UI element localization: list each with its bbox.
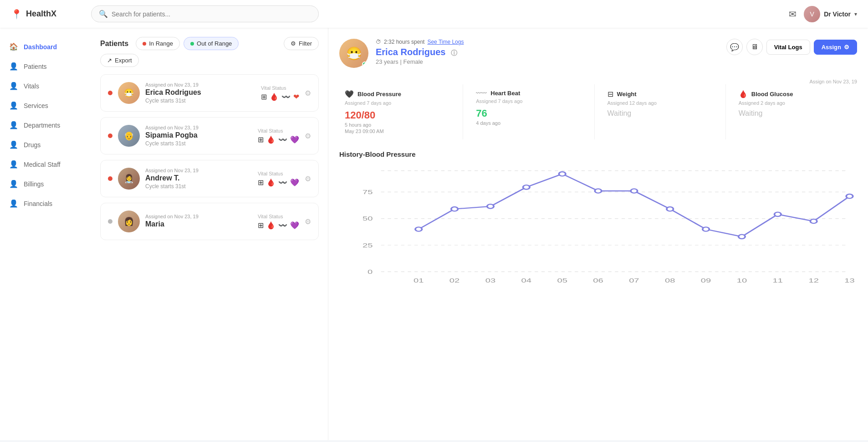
gear-icon-maria[interactable]: ⚙ (305, 217, 311, 226)
filter-icon: ⚙ (291, 40, 296, 47)
patient-info-andrew: Assigned on Nov 23, 19 Andrew T. Cycle s… (145, 168, 252, 190)
search-input[interactable] (112, 10, 311, 18)
hb-assigned: Assigned 7 days ago (476, 98, 588, 104)
vital-logs-button[interactable]: Vital Logs (766, 40, 810, 55)
w-assigned: Assigned 12 days ago (608, 100, 720, 106)
glucose-icon-andrew: 🩸 (266, 178, 276, 187)
chevron-down-icon: ▾ (854, 11, 857, 17)
patient-avatar-andrew: 👩‍⚕️ (118, 168, 140, 190)
financials-icon: 👤 (9, 199, 18, 208)
vital-icons-maria: ⊞ 🩸 〰️ 💜 (258, 221, 299, 230)
time-spent-value: 2:32 hours spent (384, 39, 424, 45)
search-bar[interactable]: 🔍 (91, 5, 319, 22)
bp-icon-maria: ⊞ (258, 221, 264, 230)
sidebar: 🏠 Dashboard 👤 Patients 👤 Vitals 👤 Servic… (0, 28, 91, 440)
assign-date: Assign on Nov 23, 19 (339, 79, 857, 84)
w-value: Waiting (608, 109, 720, 118)
sidebar-label-departments: Departments (24, 122, 60, 129)
in-range-label: In Range (149, 40, 173, 47)
billings-icon: 👤 (9, 180, 18, 188)
svg-text:50: 50 (363, 216, 373, 222)
patient-card-erica[interactable]: 😷 Assigned on Nov 23, 19 Erica Rodrigues… (100, 74, 319, 112)
patient-date-andrew: Assigned on Nov 23, 19 (145, 168, 252, 173)
filter-label: Filter (299, 40, 312, 47)
sidebar-item-dashboard[interactable]: 🏠 Dashboard (0, 37, 91, 57)
assign-label: Assign (822, 44, 841, 51)
patient-card-maria[interactable]: 👩 Assigned on Nov 23, 19 Maria Vital Sta… (100, 203, 319, 240)
mail-icon[interactable]: ✉ (789, 9, 797, 20)
hb-time1: 4 days ago (476, 120, 588, 126)
bp-icon-erica: ⊞ (261, 93, 267, 101)
patient-dot-sipamia (108, 134, 112, 138)
bg-value: Waiting (739, 109, 852, 118)
sidebar-item-drugs[interactable]: 👤 Drugs (0, 135, 91, 154)
patient-name-maria: Maria (145, 220, 252, 228)
patient-info-maria: Assigned on Nov 23, 19 Maria (145, 214, 252, 229)
svg-text:10: 10 (737, 277, 747, 283)
out-of-range-tab[interactable]: Out of Range (184, 37, 239, 50)
bp-icon-andrew: ⊞ (258, 178, 264, 187)
sidebar-item-departments[interactable]: 👤 Departments (0, 115, 91, 135)
in-range-tab[interactable]: In Range (136, 37, 180, 50)
heart-icon-maria: 💜 (290, 221, 299, 230)
departments-icon: 👤 (9, 121, 18, 129)
patients-panel: Patients In Range Out of Range ⚙ Filter … (91, 28, 328, 440)
sidebar-item-services[interactable]: 👤 Services (0, 96, 91, 115)
sidebar-item-financials[interactable]: 👤 Financials (0, 194, 91, 213)
patient-card-andrew[interactable]: 👩‍⚕️ Assigned on Nov 23, 19 Andrew T. Cy… (100, 160, 319, 197)
logo: 📍 HealthX (11, 9, 84, 20)
sidebar-label-dashboard: Dashboard (24, 43, 57, 51)
search-icon: 🔍 (99, 10, 108, 18)
weight-name: Weight (617, 91, 637, 98)
panel-title: Patients (100, 40, 128, 48)
sidebar-item-vitals[interactable]: 👤 Vitals (0, 76, 91, 96)
monitor-button[interactable]: 🖥 (746, 39, 763, 55)
svg-text:04: 04 (521, 277, 531, 283)
assign-button[interactable]: Assign ⚙ (814, 40, 857, 55)
vital-card-header-bp: 🖤 Blood Pressure (345, 90, 457, 98)
bp-time2: May 23 09:00 AM (345, 128, 457, 134)
svg-point-22 (415, 227, 422, 231)
gear-icon-erica[interactable]: ⚙ (305, 89, 311, 98)
svg-text:11: 11 (773, 277, 783, 283)
bp-icon-sipamia: ⊞ (258, 135, 264, 144)
see-time-logs[interactable]: See Time Logs (427, 39, 464, 45)
vital-card-weight: ⊟ Weight Assigned 12 days ago Waiting (602, 84, 726, 139)
message-button[interactable]: 💬 (726, 39, 743, 55)
bg-assigned: Assigned 2 days ago (739, 100, 852, 106)
vital-status-erica: Vital Status ⊞ 🩸 〰️ ❤ (261, 85, 299, 101)
patient-cycle-sipamia: Cycle starts 31st (145, 140, 252, 147)
patient-card-sipamia[interactable]: 👴 Assigned on Nov 23, 19 Sipamia Pogba C… (100, 117, 319, 154)
avatar-image: V (804, 6, 820, 22)
user-avatar[interactable]: V Dr Victor ▾ (804, 6, 857, 22)
sidebar-item-medical-staff[interactable]: 👤 Medical Staff (0, 154, 91, 174)
topnav: 📍 HealthX 🔍 ✉ V Dr Victor ▾ (0, 0, 868, 28)
glucose-icon-erica: 🩸 (270, 93, 279, 101)
svg-text:01: 01 (414, 277, 424, 283)
svg-text:09: 09 (701, 277, 711, 283)
patient-avatar-maria: 👩 (118, 211, 140, 232)
sidebar-item-billings[interactable]: 👤 Billings (0, 174, 91, 194)
gear-icon-sipamia[interactable]: ⚙ (305, 132, 311, 140)
blood-pressure-chart: .grid-line { stroke: #e0e0e0; stroke-wid… (339, 165, 857, 293)
heartbeat-icon-andrew: 〰️ (278, 178, 287, 187)
sidebar-item-patients[interactable]: 👤 Patients (0, 57, 91, 76)
svg-text:25: 25 (363, 242, 373, 248)
export-label: Export (115, 57, 132, 64)
svg-text:13: 13 (844, 277, 854, 283)
filter-button[interactable]: ⚙ Filter (284, 37, 319, 50)
main-layout: 🏠 Dashboard 👤 Patients 👤 Vitals 👤 Servic… (0, 28, 868, 440)
svg-point-28 (631, 189, 638, 193)
sidebar-label-patients: Patients (24, 63, 47, 70)
vital-card-blood-glucose: 🩸 Blood Glucose Assigned 2 days ago Wait… (733, 84, 857, 139)
patient-dot-maria (108, 219, 112, 224)
patient-date-erica: Assigned on Nov 23, 19 (145, 82, 255, 87)
export-button[interactable]: ↗ Export (100, 54, 139, 67)
topnav-right: ✉ V Dr Victor ▾ (789, 6, 857, 22)
svg-text:75: 75 (363, 189, 373, 195)
vital-card-heart-beat: 〰〰 Heart Beat Assigned 7 days ago 76 4 d… (470, 84, 594, 139)
gear-icon-andrew[interactable]: ⚙ (305, 175, 311, 183)
vital-status-label-maria: Vital Status (258, 214, 283, 219)
vital-card-header-w: ⊟ Weight (608, 90, 720, 98)
vital-icons-andrew: ⊞ 🩸 〰️ 💜 (258, 178, 299, 187)
